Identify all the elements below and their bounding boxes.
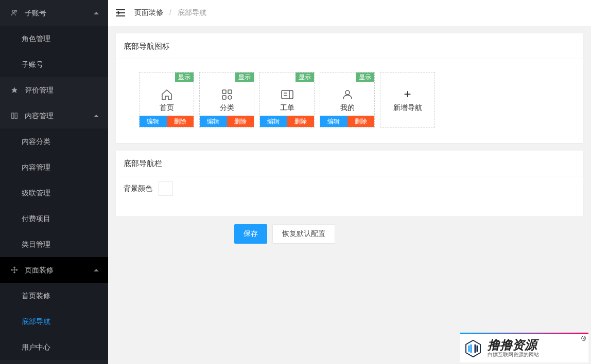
- nav-item-label: 工单: [260, 103, 314, 113]
- chevron-up-icon: [94, 269, 99, 271]
- delete-button[interactable]: 删除: [227, 116, 254, 127]
- main: 页面装修 / 底部导航 底部导航图标 显示 首页 编辑 删除: [108, 0, 591, 267]
- edit-button[interactable]: 编辑: [140, 116, 167, 127]
- save-button[interactable]: 保存: [234, 224, 267, 244]
- nav-item-category: 显示 分类 编辑 删除: [199, 72, 254, 128]
- sidebar-item-paid[interactable]: 付费项目: [0, 206, 108, 231]
- sidebar-item-user-center[interactable]: 用户中心: [0, 334, 108, 360]
- breadcrumb-bar: 页面装修 / 底部导航: [108, 0, 591, 26]
- delete-button[interactable]: 删除: [167, 116, 194, 127]
- svg-rect-11: [228, 90, 232, 94]
- sidebar-item-content-manage[interactable]: 内容管理: [0, 154, 108, 180]
- visible-badge: 显示: [235, 72, 254, 82]
- visible-badge: 显示: [175, 72, 194, 82]
- svg-rect-4: [15, 113, 17, 119]
- home-icon: [140, 87, 194, 102]
- sidebar-item-label: 子账号: [25, 0, 46, 26]
- nav-item-ticket: 显示 工单 编辑 删除: [259, 72, 315, 128]
- sidebar-item-content-category[interactable]: 内容分类: [0, 129, 108, 154]
- watermark-subtitle: 白嫖互联网资源的网站: [488, 351, 539, 358]
- nav-item-profile: 显示 我的 编辑 删除: [320, 72, 375, 128]
- svg-point-18: [345, 90, 350, 95]
- panel-title: 底部导航栏: [116, 151, 583, 176]
- sidebar-item-label: 内容管理: [25, 103, 54, 129]
- panel-title: 底部导航图标: [116, 33, 583, 59]
- registered-icon: ®: [581, 335, 586, 342]
- svg-point-13: [228, 96, 232, 99]
- color-picker[interactable]: [159, 181, 173, 196]
- sidebar-item-cascade[interactable]: 级联管理: [0, 180, 108, 206]
- ticket-icon: [260, 87, 314, 102]
- nav-item-label: 分类: [200, 103, 254, 113]
- user-icon: [10, 9, 19, 17]
- content: 底部导航图标 显示 首页 编辑 删除 显示: [108, 26, 591, 267]
- grid-icon: [200, 87, 254, 102]
- sidebar-item-subaccount[interactable]: 子账号: [0, 0, 108, 26]
- breadcrumb-current: 底部导航: [178, 8, 206, 16]
- sidebar-item-label: 评价管理: [25, 77, 54, 103]
- svg-rect-12: [222, 96, 226, 99]
- sidebar-item-decoration[interactable]: 页面装修: [0, 257, 108, 283]
- sidebar-item-content[interactable]: 内容管理: [0, 103, 108, 129]
- visible-badge: 显示: [296, 72, 314, 82]
- add-nav-button[interactable]: + 新增导航: [380, 72, 435, 128]
- watermark-logo-icon: [463, 338, 483, 359]
- watermark-title: 撸撸资源: [488, 339, 539, 351]
- nav-item-label: 我的: [320, 103, 374, 113]
- book-icon: [10, 112, 19, 120]
- move-icon: [10, 266, 19, 274]
- svg-rect-14: [282, 90, 293, 99]
- sidebar-item-label: 页面装修: [25, 257, 54, 283]
- person-icon: [320, 87, 374, 102]
- bg-color-row: 背景颜色: [116, 176, 583, 216]
- sidebar-item-roles[interactable]: 角色管理: [0, 26, 108, 51]
- bg-color-label: 背景颜色: [124, 184, 152, 193]
- watermark: 撸撸资源 白嫖互联网资源的网站 ®: [460, 333, 588, 362]
- nav-icons-panel: 底部导航图标 显示 首页 编辑 删除 显示: [116, 33, 583, 143]
- chevron-up-icon: [94, 115, 99, 117]
- breadcrumb-separator: /: [169, 8, 171, 16]
- sidebar-item-catalog[interactable]: 类目管理: [0, 231, 108, 257]
- edit-button[interactable]: 编辑: [260, 116, 287, 127]
- menu-toggle-icon[interactable]: [116, 9, 125, 17]
- sidebar: 子账号 角色管理 子账号 评价管理 内容管理 内容分类 内容管理 级联管理 付费…: [0, 0, 108, 364]
- edit-button[interactable]: 编辑: [200, 116, 227, 127]
- star-icon: [10, 86, 19, 94]
- nav-items-list: 显示 首页 编辑 删除 显示 分类: [116, 59, 583, 143]
- delete-button[interactable]: 删除: [347, 116, 375, 127]
- svg-rect-3: [12, 113, 14, 119]
- edit-button[interactable]: 编辑: [320, 116, 347, 127]
- chevron-up-icon: [94, 12, 99, 14]
- add-nav-label: 新增导航: [393, 103, 422, 113]
- svg-point-1: [15, 10, 17, 12]
- sidebar-item-bottom-nav[interactable]: 底部导航: [0, 308, 108, 334]
- sidebar-item-reviews[interactable]: 评价管理: [0, 77, 108, 103]
- breadcrumb: 页面装修 / 底部导航: [134, 8, 206, 17]
- nav-item-label: 首页: [140, 103, 194, 113]
- visible-badge: 显示: [356, 72, 374, 82]
- delete-button[interactable]: 删除: [287, 116, 315, 127]
- form-actions: 保存 恢复默认配置: [116, 224, 583, 259]
- plus-icon: +: [404, 87, 411, 101]
- svg-point-0: [12, 10, 15, 13]
- sidebar-item-home-deco[interactable]: 首页装修: [0, 283, 108, 308]
- breadcrumb-root[interactable]: 页面装修: [134, 8, 163, 16]
- svg-marker-2: [11, 87, 18, 93]
- sidebar-item-subaccounts[interactable]: 子账号: [0, 51, 108, 77]
- nav-bar-panel: 底部导航栏 背景颜色: [116, 151, 583, 216]
- nav-item-home: 显示 首页 编辑 删除: [139, 72, 194, 128]
- svg-rect-10: [222, 90, 226, 94]
- restore-button[interactable]: 恢复默认配置: [272, 224, 335, 244]
